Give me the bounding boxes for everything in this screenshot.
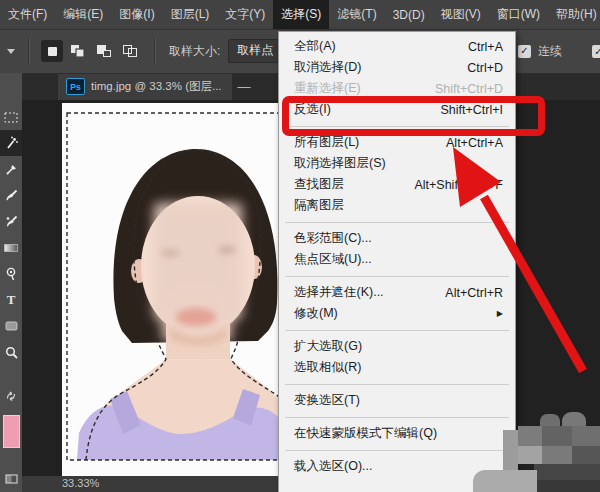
menu-item-transform-selection[interactable]: 变换选区(T) bbox=[279, 390, 515, 411]
portrait-photo bbox=[62, 103, 285, 476]
separator bbox=[28, 38, 29, 64]
menu-item-deselect-layers[interactable]: 取消选择图层(S) bbox=[279, 153, 515, 174]
separator bbox=[154, 38, 155, 64]
foreground-color-swatch[interactable] bbox=[3, 415, 20, 448]
menu-item-similar[interactable]: 选取相似(R) bbox=[279, 357, 515, 378]
menu-item-isolate-layers[interactable]: 隔离图层 bbox=[279, 195, 515, 216]
shape-tool-icon[interactable] bbox=[0, 313, 22, 339]
brush-tool-icon[interactable] bbox=[0, 183, 22, 209]
menu-3d[interactable]: 3D(D) bbox=[385, 0, 433, 29]
tool-preset-caret-icon[interactable] bbox=[7, 49, 15, 58]
add-to-selection-icon[interactable] bbox=[67, 40, 89, 62]
magic-wand-tool-icon[interactable] bbox=[0, 130, 22, 156]
menu-item-focus-area[interactable]: 焦点区域(U)... bbox=[279, 249, 515, 270]
ps-file-badge: Ps bbox=[66, 78, 85, 95]
sample-size-dropdown[interactable]: 取样点 bbox=[228, 39, 282, 63]
zoom-level-field[interactable]: 33.33% bbox=[62, 476, 99, 491]
menu-separator bbox=[279, 378, 515, 390]
subtract-from-selection-icon[interactable] bbox=[93, 40, 115, 62]
clipped-checkbox[interactable]: ✓ bbox=[592, 45, 600, 58]
submenu-arrow-icon: ▶ bbox=[497, 309, 503, 318]
menu-item-find-layers[interactable]: 查找图层Alt+Shift+Ctrl+F bbox=[279, 174, 515, 195]
zoom-tool-icon[interactable] bbox=[0, 340, 22, 366]
menu-filter[interactable]: 滤镜(T) bbox=[329, 0, 384, 29]
menu-layer[interactable]: 图层(L) bbox=[163, 0, 218, 29]
tab-close-icon[interactable]: — bbox=[238, 79, 251, 94]
screen-mode-icon[interactable] bbox=[0, 466, 22, 492]
menu-item-all[interactable]: 全部(A)Ctrl+A bbox=[279, 36, 515, 57]
menu-file[interactable]: 文件(F) bbox=[0, 0, 55, 29]
menu-help[interactable]: 帮助(H) bbox=[548, 0, 600, 29]
menu-edit[interactable]: 编辑(E) bbox=[55, 0, 111, 29]
swap-colors-icon[interactable] bbox=[0, 383, 22, 409]
mosaic-censor-patch bbox=[473, 410, 600, 492]
eyedropper-tool-icon[interactable] bbox=[0, 156, 22, 182]
menu-item-color-range[interactable]: 色彩范围(C)... bbox=[279, 228, 515, 249]
menu-item-modify[interactable]: 修改(M)▶ bbox=[279, 303, 515, 324]
document-tab-title: timg.jpg @ 33.3% (图层... bbox=[91, 79, 222, 94]
marquee-tool-icon[interactable] bbox=[0, 104, 22, 130]
menu-select[interactable]: 选择(S) bbox=[273, 0, 329, 29]
tool-palette: T bbox=[0, 73, 22, 492]
menu-bar: 文件(F) 编辑(E) 图像(I) 图层(L) 文字(Y) 选择(S) 滤镜(T… bbox=[0, 0, 600, 30]
new-selection-icon[interactable] bbox=[41, 40, 63, 62]
sample-size-label: 取样大小: bbox=[169, 43, 220, 60]
menu-item-select-and-mask[interactable]: 选择并遮住(K)...Alt+Ctrl+R bbox=[279, 282, 515, 303]
canvas[interactable] bbox=[62, 103, 285, 476]
menu-separator bbox=[279, 270, 515, 282]
menu-image[interactable]: 图像(I) bbox=[111, 0, 162, 29]
menu-view[interactable]: 视图(V) bbox=[433, 0, 489, 29]
menu-separator bbox=[279, 324, 515, 336]
contiguous-checkbox[interactable]: ✓ bbox=[518, 45, 531, 58]
menu-item-deselect[interactable]: 取消选择(D)Ctrl+D bbox=[279, 57, 515, 78]
photoshop-window: { "menubar": { "items": ["文件(F)", "编辑(E)… bbox=[0, 0, 600, 492]
menu-separator bbox=[279, 216, 515, 228]
pen-tool-icon[interactable] bbox=[0, 261, 22, 287]
contiguous-label: 连续 bbox=[538, 43, 562, 60]
document-tab[interactable]: Ps timg.jpg @ 33.3% (图层... bbox=[58, 73, 232, 100]
type-tool-icon[interactable]: T bbox=[0, 287, 22, 313]
menu-type[interactable]: 文字(Y) bbox=[217, 0, 273, 29]
menu-window[interactable]: 窗口(W) bbox=[489, 0, 548, 29]
intersect-selection-icon[interactable] bbox=[119, 40, 141, 62]
gradient-tool-icon[interactable] bbox=[0, 235, 22, 261]
mixer-brush-tool-icon[interactable] bbox=[0, 209, 22, 235]
highlight-box-annotation bbox=[282, 96, 545, 136]
menu-item-grow[interactable]: 扩大选取(G) bbox=[279, 336, 515, 357]
